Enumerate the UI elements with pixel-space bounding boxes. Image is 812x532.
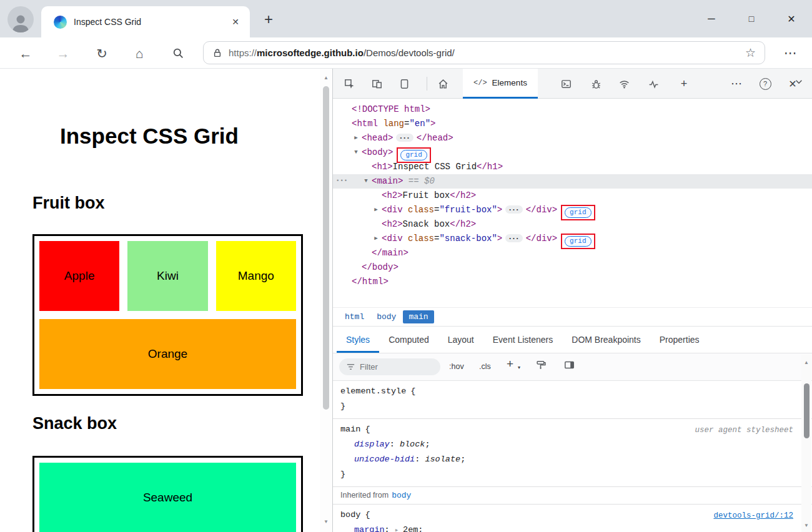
- new-tab-button[interactable]: +: [257, 8, 280, 31]
- expand-arrow-icon[interactable]: ▶: [372, 232, 380, 246]
- help-button[interactable]: ?: [754, 72, 776, 95]
- expand-arrow-icon[interactable]: ▼: [352, 145, 360, 160]
- dom-tree-row[interactable]: ▼<body>grid: [333, 145, 812, 160]
- dom-tree-row[interactable]: <h1>Inspect CSS Grid</h1>: [333, 160, 812, 174]
- maximize-button[interactable]: □: [739, 7, 764, 31]
- dom-tree-row[interactable]: </main>: [333, 246, 812, 260]
- dom-tree-row[interactable]: •••▼<main> == $0: [333, 174, 812, 189]
- person-icon: [10, 12, 31, 32]
- browser-tab[interactable]: Inspect CSS Grid ✕: [41, 6, 250, 37]
- tab-elements[interactable]: </> Elements: [463, 69, 538, 99]
- page-scrollbar-thumb[interactable]: [323, 86, 329, 410]
- breadcrumb-item-main[interactable]: main: [403, 310, 433, 323]
- dom-tree-row[interactable]: ▶<div class="fruit-box">•••</div>grid: [333, 203, 812, 217]
- more-tools-button[interactable]: ⋯: [725, 72, 748, 95]
- expand-dots-button[interactable]: •••: [396, 134, 413, 142]
- tab-properties[interactable]: Properties: [650, 327, 709, 353]
- focus-mode-button[interactable]: [393, 72, 415, 95]
- code-token: </main>: [372, 248, 408, 258]
- welcome-home-button[interactable]: [432, 72, 454, 95]
- expand-arrow-icon[interactable]: ▼: [362, 174, 370, 189]
- tab-close-icon[interactable]: ✕: [229, 16, 242, 28]
- settings-more-button[interactable]: ⋯: [779, 41, 803, 65]
- code-token: }: [340, 470, 345, 479]
- scroll-down-icon[interactable]: ▼: [320, 519, 332, 525]
- dom-tree-row[interactable]: </body>: [333, 260, 812, 275]
- url-domain: microsoftedge.github.io: [257, 47, 364, 58]
- styles-filter[interactable]: [339, 358, 440, 375]
- row-more-icon[interactable]: •••: [336, 174, 348, 189]
- forward-button[interactable]: →: [52, 41, 74, 65]
- breadcrumb-item-body[interactable]: body: [371, 310, 402, 323]
- url-text[interactable]: https://microsoftedge.github.io/Demos/de…: [229, 47, 739, 58]
- dom-tree-row[interactable]: <html lang="en">: [333, 117, 812, 131]
- debugger-tab-button[interactable]: [585, 72, 607, 95]
- search-button[interactable]: [167, 41, 189, 65]
- dom-tree-row[interactable]: <h2>Fruit box</h2>: [333, 189, 812, 203]
- panel-tabs-overflow-button[interactable]: [795, 77, 803, 86]
- dom-tree: <!DOCTYPE html><html lang="en">▶<head>••…: [333, 99, 812, 307]
- rendering-emulation-button[interactable]: [536, 360, 547, 370]
- home-button[interactable]: ⌂: [128, 41, 151, 65]
- code-token: </div>: [526, 205, 557, 215]
- grid-badge[interactable]: grid: [400, 150, 427, 160]
- tab-dom-breakpoints[interactable]: DOM Breakpoints: [562, 327, 650, 353]
- console-tab-button[interactable]: [555, 72, 577, 95]
- grid-badge[interactable]: grid: [565, 207, 591, 218]
- rule-selector[interactable]: main: [340, 425, 360, 434]
- styles-scrollbar[interactable]: ▲ ▼: [801, 355, 811, 532]
- tab-event-listeners[interactable]: Event Listeners: [483, 327, 563, 353]
- minimize-button[interactable]: ─: [699, 7, 724, 31]
- dom-tree-row[interactable]: </html>: [333, 275, 812, 289]
- tab-layout[interactable]: Layout: [438, 327, 483, 353]
- expand-arrow-icon[interactable]: ▶: [352, 131, 360, 145]
- tab-computed[interactable]: Computed: [379, 327, 438, 353]
- scroll-down-icon[interactable]: ▼: [801, 523, 811, 528]
- scroll-up-icon[interactable]: ▲: [320, 75, 332, 81]
- shorthand-expand-icon[interactable]: ▸: [395, 526, 403, 532]
- dom-tree-row[interactable]: <h2>Snack box</h2>: [333, 217, 812, 232]
- refresh-button[interactable]: ↻: [91, 41, 113, 65]
- expand-dots-button[interactable]: •••: [505, 234, 522, 242]
- rule-selector[interactable]: element.style: [340, 387, 406, 396]
- favorites-star-icon[interactable]: ☆: [745, 46, 756, 60]
- add-tool-button[interactable]: +: [673, 72, 695, 95]
- style-rule-element-style[interactable]: element.style{ }: [333, 381, 812, 419]
- dom-tree-row[interactable]: <!DOCTYPE html>: [333, 102, 812, 117]
- inherited-body-link[interactable]: body: [392, 491, 411, 500]
- tab-styles[interactable]: Styles: [337, 327, 379, 353]
- network-tab-button[interactable]: [613, 72, 635, 95]
- device-emulation-button[interactable]: [365, 72, 388, 95]
- css-declaration[interactable]: display: block;: [340, 437, 805, 452]
- code-token: </h1>: [477, 162, 503, 172]
- hover-state-button[interactable]: :hov: [449, 362, 464, 371]
- address-bar[interactable]: https://microsoftedge.github.io/Demos/de…: [203, 41, 765, 64]
- style-rule-body[interactable]: devtools-grid/:12 body{ margin: ▸ 2em;: [333, 505, 812, 532]
- profile-avatar[interactable]: [7, 6, 34, 32]
- styles-filter-input[interactable]: [360, 362, 428, 372]
- code-token: Snack box: [403, 219, 450, 229]
- expand-dots-button[interactable]: •••: [505, 205, 522, 214]
- window-close-button[interactable]: ✕: [779, 7, 804, 31]
- rule-selector[interactable]: body: [340, 510, 360, 520]
- styles-scrollbar-thumb[interactable]: [804, 383, 810, 438]
- expand-arrow-icon[interactable]: ▶: [372, 203, 380, 217]
- new-rule-caret-icon[interactable]: ▾: [518, 365, 520, 370]
- css-declaration[interactable]: margin: ▸ 2em;: [340, 523, 805, 532]
- dom-tree-row[interactable]: ▶<div class="snack-box">•••</div>grid: [333, 232, 812, 246]
- new-style-rule-button[interactable]: +: [507, 357, 513, 371]
- breadcrumb-item-html[interactable]: html: [339, 310, 370, 323]
- dom-tree-row[interactable]: ▶<head>•••</head>: [333, 131, 812, 145]
- page-scrollbar[interactable]: ▲ ▼: [320, 69, 332, 532]
- stylesheet-source-link[interactable]: devtools-grid/:12: [713, 508, 793, 523]
- grid-badge[interactable]: grid: [565, 236, 591, 247]
- style-rule-main[interactable]: user agent stylesheet main{ display: blo…: [333, 419, 812, 487]
- css-declaration[interactable]: unicode-bidi: isolate;: [340, 452, 805, 467]
- class-toggle-button[interactable]: .cls: [479, 362, 491, 371]
- back-button[interactable]: ←: [14, 41, 37, 65]
- grid-item-orange: Orange: [39, 319, 296, 389]
- scroll-up-icon[interactable]: ▲: [801, 360, 811, 365]
- computed-sidebar-toggle-button[interactable]: [564, 360, 575, 370]
- inspect-element-button[interactable]: [338, 72, 360, 95]
- performance-tab-button[interactable]: [642, 72, 665, 95]
